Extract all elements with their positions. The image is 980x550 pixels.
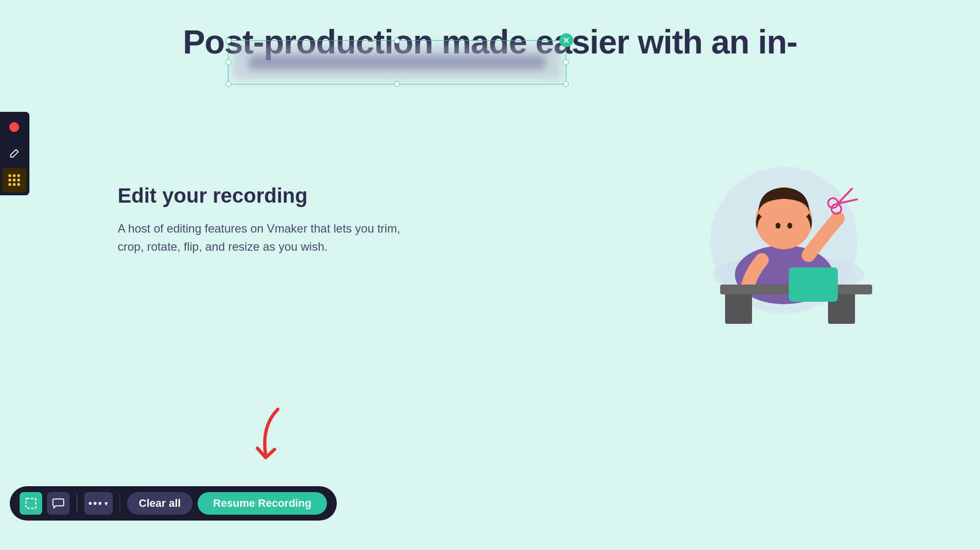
- clear-all-button[interactable]: Clear all: [127, 492, 193, 515]
- resume-recording-button[interactable]: Resume Recording: [198, 492, 327, 515]
- illustration-svg: [686, 123, 892, 329]
- svg-rect-10: [789, 267, 838, 302]
- handle-mid-left[interactable]: [226, 59, 231, 65]
- dot-3: [99, 502, 101, 505]
- pen-icon: [9, 148, 20, 159]
- svg-point-6: [787, 223, 792, 229]
- handle-top-left[interactable]: [226, 38, 231, 44]
- handle-top-mid[interactable]: [394, 38, 400, 44]
- dot-2: [94, 502, 97, 505]
- dot-1: [89, 502, 92, 505]
- dots-menu-button[interactable]: ▾: [84, 492, 113, 515]
- pen-button[interactable]: [2, 141, 26, 166]
- chevron-down-icon: ▾: [104, 499, 108, 507]
- selection-box-container: [228, 40, 566, 84]
- edit-description: A host of editing features on Vmaker tha…: [118, 219, 412, 256]
- selection-close-button[interactable]: [559, 33, 573, 47]
- handle-bot-right[interactable]: [563, 81, 569, 87]
- speech-bubble-icon: [52, 497, 65, 510]
- edit-heading: Edit your recording: [118, 184, 412, 208]
- svg-point-5: [776, 223, 780, 229]
- left-toolbar: [0, 112, 29, 195]
- bottom-toolbar: ▾ Clear all Resume Recording: [10, 486, 337, 521]
- svg-rect-13: [26, 498, 36, 508]
- record-button[interactable]: [2, 115, 26, 139]
- selection-box: [228, 40, 566, 84]
- divider-1: [76, 495, 77, 512]
- grid-icon: [8, 174, 20, 186]
- handle-mid-right[interactable]: [563, 59, 569, 65]
- divider-2: [120, 495, 121, 512]
- handle-bot-left[interactable]: [226, 81, 231, 87]
- selection-rect-icon: [25, 497, 37, 510]
- content-area: Edit your recording A host of editing fe…: [118, 184, 412, 256]
- record-dot-icon: [9, 122, 19, 132]
- speech-bubble-button[interactable]: [47, 492, 70, 515]
- selection-rect-button[interactable]: [20, 492, 42, 515]
- illustration: [686, 123, 892, 329]
- svg-rect-7: [725, 292, 752, 324]
- arrow-annotation: [245, 405, 294, 464]
- blurred-content: [232, 45, 562, 80]
- grid-button[interactable]: [2, 168, 26, 192]
- arrow-svg: [245, 405, 294, 467]
- handle-bot-mid[interactable]: [394, 81, 400, 87]
